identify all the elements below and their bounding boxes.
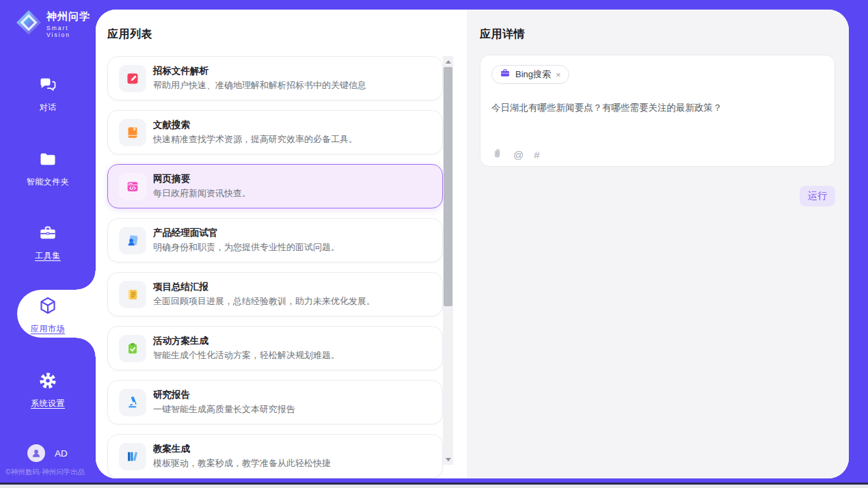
user-account[interactable]: AD (27, 444, 68, 462)
document-edit-icon (119, 65, 146, 92)
interviewer-icon (119, 227, 146, 254)
app-description: 明确身份和职责，为您提供专业性的面试问题。 (153, 241, 340, 254)
mention-icon[interactable]: @ (513, 150, 524, 160)
sidebar-item-smart-folder[interactable]: 智能文件夹 (0, 150, 96, 188)
app-detail-title: 应用详情 (480, 27, 525, 42)
note-icon (119, 281, 146, 308)
app-description: 每日政府新闻资讯快查。 (153, 187, 251, 200)
cube-icon (38, 295, 58, 318)
tool-chip-label: Bing搜索 (515, 68, 551, 81)
app-card-web-summary[interactable]: 网页摘要 每日政府新闻资讯快查。 (107, 164, 443, 208)
active-notch-top (77, 271, 96, 290)
sidebar-item-toolset[interactable]: 工具集 (0, 223, 96, 262)
scroll-up-button[interactable] (443, 56, 453, 67)
active-notch-bottom (77, 338, 96, 357)
hash-icon[interactable]: # (534, 150, 539, 160)
app-list-scrollbar[interactable] (443, 56, 453, 465)
sidebar-item-label: 智能文件夹 (27, 176, 70, 188)
webpage-code-icon (119, 173, 146, 200)
app-card-research-report[interactable]: 研究报告 一键智能生成高质量长文本研究报告 (107, 380, 443, 424)
book-icon (119, 119, 146, 146)
app-description: 智能生成个性化活动方案，轻松解决规划难题。 (153, 349, 340, 362)
sidebar-item-label: 工具集 (35, 250, 61, 262)
app-name: 项目总结汇报 (153, 281, 208, 293)
books-icon (119, 443, 146, 470)
app-card-bid-analysis[interactable]: 招标文件解析 帮助用户快速、准确地理解和解析招标书中的关键信息 (107, 56, 443, 100)
app-card-project-summary[interactable]: 项目总结汇报 全面回顾项目进展，总结经验教训，助力未来优化发展。 (107, 272, 443, 316)
app-list: 招标文件解析 帮助用户快速、准确地理解和解析招标书中的关键信息 文献搜索 快速精… (107, 56, 443, 478)
toolbox-icon (38, 223, 57, 245)
briefcase-icon (500, 68, 511, 81)
brand-subtitle: Smart Vision (46, 25, 96, 38)
app-name: 活动方案生成 (153, 335, 208, 347)
app-window: 神州问学 Smart Vision 对话 智能文件夹 (0, 0, 868, 488)
gear-icon (38, 371, 57, 393)
sidebar-item-label: 对话 (40, 102, 57, 113)
sidebar-item-app-market[interactable]: 应用市场 (0, 295, 96, 335)
main-content: 应用列表 招标文件解析 帮助用户快速、准确地理解和解析招标书中的关键信息 (96, 10, 849, 478)
brand-name: 神州问学 (46, 10, 96, 23)
paperclip-icon[interactable] (491, 147, 503, 163)
app-name: 文献搜索 (153, 119, 190, 131)
app-list-title: 应用列表 (107, 27, 152, 42)
microscope-icon (119, 389, 146, 416)
desktop-strip (0, 485, 868, 488)
scrollbar-thumb[interactable] (444, 67, 452, 306)
close-icon[interactable]: × (556, 70, 561, 79)
prompt-input[interactable]: 今日湖北有哪些新闻要点？有哪些需要关注的最新政策？ (491, 102, 819, 114)
brand-diamond-icon (15, 9, 42, 39)
app-name: 研究报告 (153, 389, 190, 401)
app-description: 快速精准查找学术资源，提高研究效率的必备工具。 (153, 133, 357, 146)
avatar (27, 444, 45, 462)
user-initials: AD (55, 448, 68, 459)
sidebar: 神州问学 Smart Vision 对话 智能文件夹 (0, 0, 96, 483)
sidebar-item-label: 系统设置 (31, 398, 65, 409)
triangle-up-icon (446, 60, 451, 64)
app-name: 教案生成 (153, 443, 190, 455)
app-list-panel: 应用列表 招标文件解析 帮助用户快速、准确地理解和解析招标书中的关键信息 (96, 10, 467, 478)
app-detail-panel: 应用详情 Bing搜索 × 今日湖北有哪些新闻要点？有哪些需要关注的最新政策？ (467, 10, 849, 478)
prompt-card: Bing搜索 × 今日湖北有哪些新闻要点？有哪些需要关注的最新政策？ @ # (480, 55, 835, 167)
app-description: 模板驱动，教案秒成，教学准备从此轻松快捷 (153, 457, 331, 470)
input-toolbar: @ # (491, 147, 540, 163)
sidebar-item-settings[interactable]: 系统设置 (0, 371, 96, 409)
scroll-down-button[interactable] (443, 454, 453, 465)
sidebar-item-label: 应用市场 (31, 323, 65, 335)
app-description: 全面回顾项目进展，总结经验教训，助力未来优化发展。 (153, 295, 375, 308)
app-name: 招标文件解析 (153, 65, 208, 77)
copyright-text: ©神州数码·神州问学出品 (5, 467, 85, 477)
clipboard-check-icon (119, 335, 146, 362)
app-card-lesson-plan[interactable]: 教案生成 模板驱动，教案秒成，教学准备从此轻松快捷 (107, 434, 443, 478)
triangle-down-icon (446, 458, 451, 461)
chat-icon (38, 75, 57, 97)
app-card-event-plan[interactable]: 活动方案生成 智能生成个性化活动方案，轻松解决规划难题。 (107, 326, 443, 370)
app-card-pm-interviewer[interactable]: 产品经理面试官 明确身份和职责，为您提供专业性的面试问题。 (107, 218, 443, 262)
app-card-literature-search[interactable]: 文献搜索 快速精准查找学术资源，提高研究效率的必备工具。 (107, 110, 443, 154)
app-description: 一键智能生成高质量长文本研究报告 (153, 403, 295, 416)
app-description: 帮助用户快速、准确地理解和解析招标书中的关键信息 (153, 79, 366, 92)
app-name: 产品经理面试官 (153, 227, 218, 239)
folder-icon (38, 150, 57, 172)
run-button[interactable]: 运行 (800, 186, 835, 206)
brand-logo: 神州问学 Smart Vision (15, 9, 96, 39)
tool-chip-bing-search[interactable]: Bing搜索 × (491, 65, 569, 84)
sidebar-item-chat[interactable]: 对话 (0, 75, 96, 113)
app-name: 网页摘要 (153, 173, 190, 185)
